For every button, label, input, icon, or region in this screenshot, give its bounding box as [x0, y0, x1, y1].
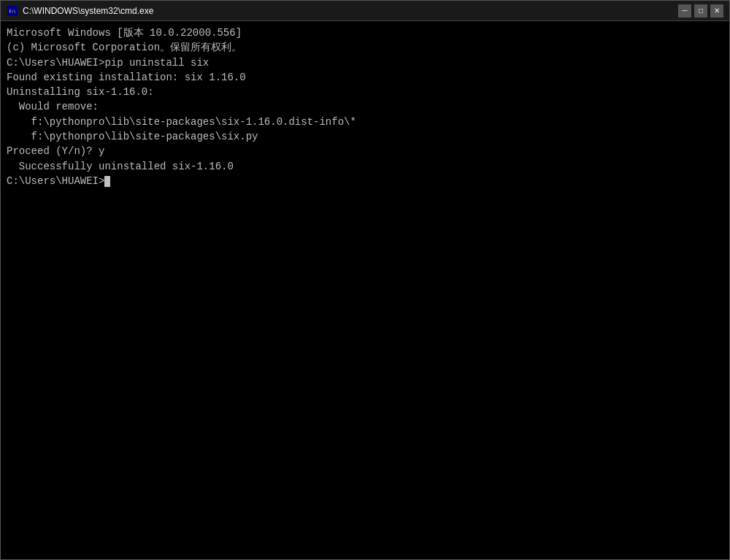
- title-bar: C:\WINDOWS\system32\cmd.exe ─ □ ✕: [1, 1, 729, 21]
- terminal-line: (c) Microsoft Corporation。保留所有权利。: [7, 40, 723, 55]
- terminal-line: Successfully uninstalled six-1.16.0: [7, 159, 723, 174]
- cmd-window: C:\WINDOWS\system32\cmd.exe ─ □ ✕ Micros…: [0, 0, 730, 560]
- terminal-line: f:\pythonpro\lib\site-packages\six.py: [7, 129, 723, 144]
- terminal-line: f:\pythonpro\lib\site-packages\six-1.16.…: [7, 115, 723, 129]
- terminal-line: Would remove:: [7, 99, 723, 114]
- window-title: C:\WINDOWS\system32\cmd.exe: [23, 6, 674, 16]
- window-controls: ─ □ ✕: [678, 4, 723, 18]
- terminal-body[interactable]: Microsoft Windows [版本 10.0.22000.556] (c…: [1, 21, 729, 559]
- maximize-button[interactable]: □: [694, 4, 707, 18]
- terminal-line: Microsoft Windows [版本 10.0.22000.556]: [7, 26, 723, 40]
- cmd-icon: [7, 6, 18, 16]
- cursor: [104, 176, 110, 187]
- prompt-text: C:\Users\HUAWEI>: [7, 175, 104, 187]
- minimize-button[interactable]: ─: [678, 4, 691, 18]
- terminal-prompt-line: C:\Users\HUAWEI>: [7, 174, 723, 188]
- terminal-line: Found existing installation: six 1.16.0: [7, 70, 723, 85]
- close-button[interactable]: ✕: [710, 4, 723, 18]
- window-icon: [7, 5, 18, 17]
- terminal-line: Uninstalling six-1.16.0:: [7, 85, 723, 99]
- terminal-line: Proceed (Y/n)? y: [7, 144, 723, 158]
- terminal-line: C:\Users\HUAWEI>pip uninstall six: [7, 55, 723, 70]
